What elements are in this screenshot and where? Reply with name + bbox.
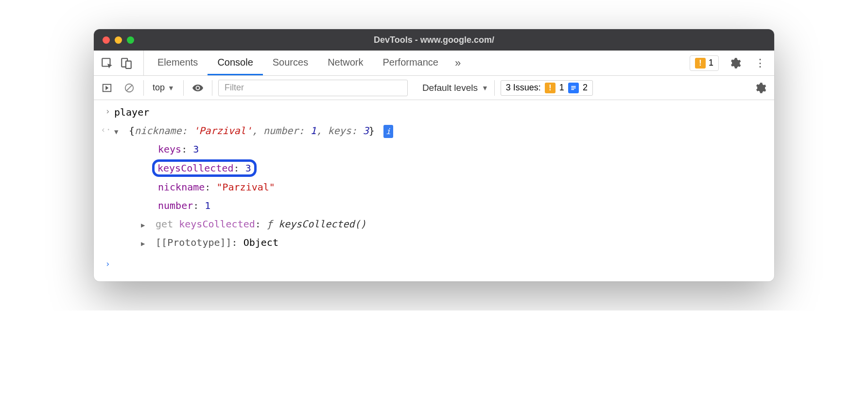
summary-key: keys: <box>328 125 357 137</box>
summary-key: nickname: <box>135 125 187 137</box>
property-name: nickname <box>158 181 205 193</box>
property-value: 3 <box>245 162 251 174</box>
property-row: number: 1 <box>94 196 774 215</box>
property-value: 3 <box>193 143 199 155</box>
tab-sources[interactable]: Sources <box>263 51 318 75</box>
tabs-overflow-icon[interactable]: » <box>448 51 468 75</box>
tab-elements[interactable]: Elements <box>148 51 208 75</box>
issue-pill-count: 1 <box>709 58 713 68</box>
filter-input[interactable] <box>218 80 408 96</box>
info-icon <box>568 83 579 93</box>
warning-icon: ! <box>695 58 706 69</box>
console-input-row: › player <box>94 103 774 121</box>
warning-icon: ! <box>545 83 556 93</box>
summary-val: 'Parzival' <box>193 125 252 137</box>
levels-label: Default levels <box>422 83 478 93</box>
prompt-chevron-icon: › <box>101 104 114 121</box>
svg-rect-7 <box>571 87 575 88</box>
panel-tabs: Elements Console Sources Network Perform… <box>148 51 468 75</box>
issues-box[interactable]: 3 Issues: ! 1 2 <box>501 80 593 96</box>
svg-line-5 <box>127 85 132 90</box>
proto-label: [[Prototype]] <box>156 237 232 248</box>
chevron-down-icon: ▼ <box>168 84 174 92</box>
chevron-down-icon: ▼ <box>482 84 488 92</box>
context-label: top <box>153 83 165 93</box>
prototype-row: [[Prototype]]: Object <box>94 233 774 252</box>
property-row: nickname: "Parzival" <box>94 178 774 196</box>
kebab-menu-icon[interactable]: ⋮ <box>751 57 769 69</box>
console-settings-gear-icon[interactable] <box>751 82 769 94</box>
titlebar: DevTools - www.google.com/ <box>94 29 774 51</box>
object-summary[interactable]: {nickname: 'Parzival', number: 1, keys: … <box>114 122 767 139</box>
getter-keyword: get <box>156 218 179 230</box>
context-dropdown[interactable]: top ▼ <box>150 83 177 93</box>
expand-toggle-icon[interactable] <box>141 238 149 250</box>
property-name: keysCollected <box>157 162 234 174</box>
getter-name: keysCollected <box>179 218 255 230</box>
traffic-lights <box>103 36 134 44</box>
property-value: "Parzival" <box>216 181 275 193</box>
console-prompt-row[interactable]: › <box>94 256 774 273</box>
minimize-icon[interactable] <box>115 36 122 44</box>
tab-console[interactable]: Console <box>208 51 262 75</box>
console-body: › player ‹· {nickname: 'Parzival', numbe… <box>94 100 774 281</box>
property-value: 1 <box>205 200 210 211</box>
tab-network[interactable]: Network <box>318 51 373 75</box>
fn-glyph: ƒ <box>267 218 278 230</box>
issues-info-count: 2 <box>583 83 588 93</box>
live-expression-icon[interactable] <box>190 80 206 96</box>
maximize-icon[interactable] <box>127 36 134 44</box>
svg-rect-8 <box>571 89 574 90</box>
tabbar-right-tools: ! 1 ⋮ <box>690 55 769 71</box>
tab-performance[interactable]: Performance <box>373 51 449 75</box>
settings-gear-icon[interactable] <box>726 57 744 69</box>
summary-val: 3 <box>363 125 369 137</box>
info-chip-icon[interactable]: i <box>383 125 393 138</box>
prompt-chevron-icon: › <box>101 257 114 272</box>
expand-toggle-icon[interactable] <box>141 220 149 231</box>
getter-row: get keysCollected: ƒ keysCollected() <box>94 215 774 233</box>
fn-name: keysCollected() <box>278 218 366 230</box>
expand-toggle-icon[interactable] <box>114 126 122 138</box>
property-row-highlighted: keysCollected: 3 <box>94 158 774 178</box>
issues-label: 3 Issues: <box>506 83 541 93</box>
output-chevron-icon: ‹· <box>101 122 114 139</box>
window-title: DevTools - www.google.com/ <box>374 35 494 45</box>
summary-key: number: <box>263 125 304 137</box>
summary-val: 1 <box>310 125 316 137</box>
svg-rect-2 <box>126 61 131 68</box>
close-icon[interactable] <box>103 36 110 44</box>
clear-console-icon[interactable] <box>121 80 138 96</box>
tabbar-left-tools <box>99 51 144 75</box>
log-levels-dropdown[interactable]: Default levels ▼ <box>422 83 488 93</box>
devtools-window: DevTools - www.google.com/ Elements Cons… <box>94 29 774 281</box>
main-tabbar: Elements Console Sources Network Perform… <box>94 51 774 76</box>
proto-value: Object <box>243 237 278 248</box>
console-input-text: player <box>114 104 767 121</box>
property-row: keys: 3 <box>94 140 774 158</box>
toggle-sidebar-icon[interactable] <box>99 80 115 96</box>
issues-warn-count: 1 <box>559 83 564 93</box>
highlight-annotation: keysCollected: 3 <box>152 159 257 177</box>
console-output-row: ‹· {nickname: 'Parzival', number: 1, key… <box>94 121 774 140</box>
inspect-element-icon[interactable] <box>99 55 115 71</box>
console-prompt-input[interactable] <box>114 257 767 272</box>
property-name: number <box>158 200 193 211</box>
console-toolbar: top ▼ Default levels ▼ 3 Issues: ! 1 2 <box>94 76 774 100</box>
issue-pill[interactable]: ! 1 <box>690 55 719 71</box>
device-toggle-icon[interactable] <box>118 55 135 71</box>
svg-rect-6 <box>571 86 575 86</box>
property-name: keys <box>158 143 181 155</box>
